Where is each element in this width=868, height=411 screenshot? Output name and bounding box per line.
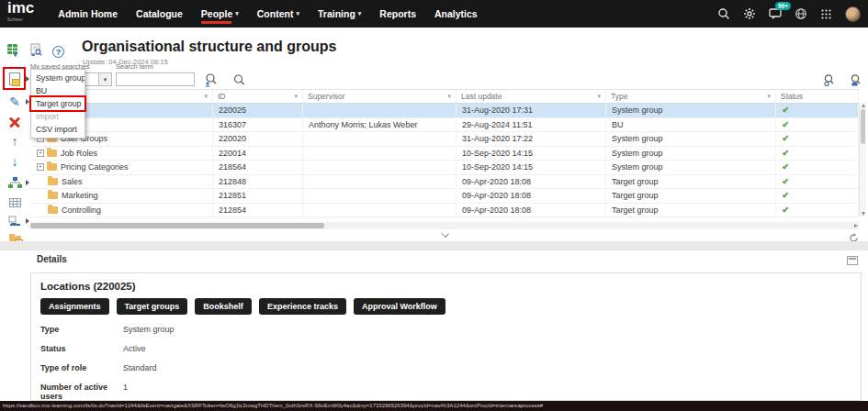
nav-item-reports[interactable]: Reports (379, 8, 416, 19)
notification-badge: 99+ (775, 2, 791, 10)
chevron-down-icon: ▾ (235, 10, 239, 17)
detail-fields: TypeSystem groupStatusActiveType of role… (40, 325, 851, 401)
menu-item-bu[interactable]: BU (31, 84, 85, 97)
column-header-supervisor[interactable]: Supervisor▾ (303, 90, 457, 103)
menu-item-target-group[interactable]: Target group (31, 97, 85, 110)
column-header-label: ID (218, 92, 226, 101)
field-value: Active (123, 344, 146, 353)
move-down-button[interactable]: ↓ (6, 152, 24, 171)
menu-item-csv-import[interactable]: CSV import (31, 123, 85, 136)
cell-last-update: 10-Sep-2020 14:15 (457, 147, 606, 161)
field-label: Number of active users (40, 383, 123, 401)
chevron-right-icon (26, 76, 29, 82)
table-row[interactable]: Marketing21285109-Apr-2020 18:08Target g… (30, 189, 859, 204)
cell-supervisor (303, 189, 457, 204)
assignments-button[interactable]: Assignments (40, 298, 109, 315)
scroll-up-arrow[interactable] (862, 104, 865, 107)
pencil-icon: ✎ (9, 94, 20, 109)
delete-button[interactable] (6, 113, 24, 131)
approval-workflow-button[interactable]: Approval Workflow (354, 298, 445, 315)
filter-chevron-icon[interactable]: ▾ (767, 93, 771, 100)
main-nav: Admin HomeCataloguePeople▾Content▾Traini… (49, 0, 486, 28)
target-groups-button[interactable]: Target groups (117, 298, 188, 315)
cell-last-update: 09-Apr-2020 18:08 (457, 204, 606, 218)
cell-name: Sales (30, 175, 213, 190)
user-search-icon[interactable] (203, 72, 220, 88)
cell-status: ✔ (776, 161, 859, 175)
horizontal-scroll-thumb[interactable] (30, 223, 324, 228)
table-row[interactable]: +User Groups22002031-Aug-2020 17:22Syste… (30, 132, 859, 147)
group-name: Marketing (62, 191, 98, 200)
vertical-scroll-thumb[interactable] (861, 109, 865, 144)
edit-button[interactable]: ✎ (6, 93, 24, 111)
scroll-down-arrow[interactable] (862, 212, 865, 216)
table-row[interactable]: Sales21284809-Apr-2020 18:08Target group… (30, 175, 859, 190)
column-header-type[interactable]: Type▾ (606, 90, 776, 103)
table-row[interactable]: +Job Roles22001410-Sep-2020 14:15System … (30, 147, 859, 161)
export-table-icon[interactable] (6, 43, 20, 61)
menu-item-import: Import (31, 110, 85, 123)
cell-name: +Pricing Categories (30, 161, 213, 175)
experience-tracks-button[interactable]: Experience tracks (259, 298, 346, 315)
gear-icon[interactable] (742, 7, 756, 21)
table-row[interactable]: Controlling21285409-Apr-2020 18:08Target… (30, 204, 859, 218)
filter-chevron-icon[interactable]: ▾ (597, 93, 601, 100)
collapse-details-icon[interactable] (847, 256, 858, 265)
nav-item-admin-home[interactable]: Admin Home (58, 8, 118, 19)
expand-icon[interactable]: + (37, 163, 44, 171)
menu-item-system-group[interactable]: System group (31, 72, 85, 84)
column-header-status[interactable]: Status (776, 90, 859, 103)
chevron-down-icon[interactable]: ▾ (98, 73, 111, 85)
search-icon[interactable] (716, 7, 730, 21)
search-term-input[interactable] (116, 72, 195, 86)
assign-button[interactable] (6, 212, 24, 230)
move-up-button[interactable]: ↑ (6, 132, 24, 150)
expand-icon[interactable]: + (37, 150, 44, 157)
nav-item-content[interactable]: Content▾ (257, 8, 299, 19)
org-chart-button[interactable] (6, 173, 24, 192)
field-value: Standard (123, 363, 157, 372)
user-avatar[interactable] (845, 6, 861, 22)
search-profile-icon[interactable] (820, 72, 837, 88)
nav-item-label: Admin Home (58, 8, 118, 19)
imc-logo[interactable]: imcScheer (7, 2, 34, 26)
filter-chevron-icon[interactable]: ▾ (294, 93, 298, 100)
preview-report-icon[interactable] (29, 43, 43, 61)
apps-grid-icon[interactable] (819, 7, 833, 21)
bookshelf-button[interactable]: Bookshelf (195, 298, 252, 315)
simple-search-icon[interactable] (231, 72, 247, 88)
nav-item-catalogue[interactable]: Catalogue (136, 8, 183, 19)
column-header-last-update[interactable]: Last update▾ (457, 90, 606, 103)
column-header-id[interactable]: ID▾ (213, 90, 303, 103)
help-icon[interactable]: ? (52, 46, 64, 58)
cell-id: 212851 (213, 189, 303, 204)
filter-chevron-icon[interactable]: ▾ (447, 93, 451, 100)
create-menu: System groupBUTarget groupImportCSV impo… (30, 69, 85, 139)
detail-field: Number of active users1 (40, 383, 851, 401)
cell-type: System group (606, 147, 776, 161)
cell-status: ✔ (776, 104, 859, 118)
scroll-right-arrow[interactable] (854, 224, 858, 228)
table-view-button[interactable] (6, 194, 24, 212)
folder-icon (48, 206, 58, 214)
filter-chevron-icon[interactable]: ▾ (204, 93, 208, 100)
column-header-label: Status (781, 92, 803, 101)
cell-id: 220025 (213, 104, 303, 118)
vertical-scrollbar[interactable] (859, 103, 866, 217)
cell-type: Target group (606, 189, 776, 204)
nav-item-people[interactable]: People▾ (201, 8, 239, 19)
search-agent-icon[interactable] (847, 72, 863, 88)
table-row[interactable]: 22002531-Aug-2020 17:31System group✔ (30, 104, 859, 118)
table-row[interactable]: 316307Anthony Morris; Lukas Weber29-Aug-… (30, 118, 859, 133)
globe-icon[interactable] (794, 7, 807, 21)
nav-item-analytics[interactable]: Analytics (434, 8, 478, 19)
nav-item-label: People (201, 8, 232, 19)
field-label: Type of role (40, 363, 123, 372)
table-row[interactable]: +Pricing Categories21856410-Sep-2020 14:… (30, 161, 859, 175)
nav-item-training[interactable]: Training▾ (318, 8, 361, 19)
details-title: Locations (220025) (40, 281, 851, 292)
table-collapse-chevron-icon[interactable] (441, 229, 449, 238)
messages-icon[interactable]: 99+ (768, 7, 782, 21)
cell-type: Target group (606, 175, 776, 190)
horizontal-scrollbar[interactable] (30, 222, 859, 229)
